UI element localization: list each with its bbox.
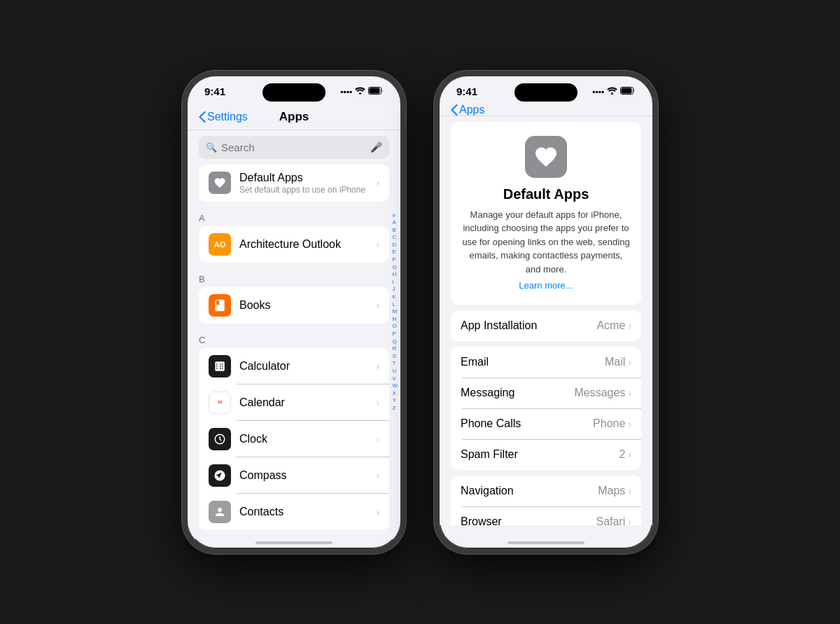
- messaging-row[interactable]: Messaging Messages ›: [451, 377, 641, 408]
- books-icon: [209, 294, 231, 317]
- clock-icon: [209, 428, 231, 450]
- section-a: A AO Architecture Outlook ›: [188, 207, 400, 263]
- compass-icon: [209, 464, 231, 487]
- browser-label: Browser: [461, 515, 596, 525]
- svg-point-0: [359, 92, 361, 95]
- chevron-icon: ›: [628, 387, 631, 398]
- browser-row[interactable]: Browser Safari ›: [451, 506, 641, 525]
- home-indicator-left: [255, 541, 332, 544]
- chevron-icon: ›: [376, 361, 379, 372]
- app-installation-label: App Installation: [461, 319, 596, 332]
- chevron-icon: ›: [376, 397, 379, 408]
- communication-group: Email Mail › Messaging Messages › Phone …: [451, 347, 641, 470]
- chevron-icon: ›: [628, 320, 631, 331]
- search-icon: 🔍: [206, 142, 217, 153]
- calendar-icon: 28: [209, 391, 231, 414]
- calendar-row[interactable]: 28 Calendar ›: [199, 384, 389, 421]
- section-header-c: C: [188, 329, 400, 348]
- ao-icon: AO: [209, 233, 231, 256]
- navigation-value: Maps: [598, 485, 625, 497]
- clock-label: Clock: [239, 433, 376, 445]
- architecture-outlook-label: Architecture Outlook: [239, 238, 376, 251]
- calendar-label: Calendar: [239, 396, 376, 409]
- status-time-left: 9:41: [204, 85, 225, 97]
- chevron-icon: ›: [376, 470, 379, 481]
- svg-rect-6: [622, 88, 632, 93]
- dynamic-island-right: [514, 83, 578, 102]
- chevron-icon: ›: [628, 485, 631, 497]
- phone-calls-row[interactable]: Phone Calls Phone ›: [451, 408, 641, 439]
- default-apps-icon: [209, 172, 231, 194]
- email-row[interactable]: Email Mail ›: [451, 347, 641, 377]
- default-apps-row[interactable]: Default Apps Set default apps to use on …: [199, 165, 389, 202]
- chevron-icon: ›: [376, 300, 379, 311]
- search-bar[interactable]: 🔍 🎤: [199, 136, 389, 159]
- compass-label: Compass: [239, 469, 376, 482]
- back-button-left[interactable]: Settings: [199, 111, 248, 123]
- browser-value: Safari: [596, 515, 626, 525]
- app-installation-row[interactable]: App Installation Acme ›: [451, 310, 641, 341]
- learn-more-link[interactable]: Learn more...: [462, 280, 630, 291]
- dynamic-island-left: [262, 83, 326, 102]
- app-installation-value: Acme: [596, 319, 625, 332]
- screen-content-right: Default Apps Manage your default apps fo…: [440, 116, 652, 525]
- messaging-value: Messages: [574, 387, 625, 399]
- calculator-row[interactable]: Calculator ›: [199, 348, 389, 384]
- section-header-a: A: [188, 207, 400, 226]
- chevron-icon: ›: [628, 356, 631, 368]
- navigation-row[interactable]: Navigation Maps ›: [451, 476, 641, 506]
- clock-row[interactable]: Clock ›: [199, 421, 389, 457]
- detail-description: Manage your default apps for iPhone, inc…: [462, 208, 630, 277]
- chevron-icon: ›: [376, 239, 379, 250]
- status-icons-left: ▪▪▪▪: [340, 87, 384, 97]
- chevron-icon: ›: [376, 177, 379, 188]
- section-header-f: F: [188, 536, 400, 539]
- signal-icon: ▪▪▪▪: [340, 87, 352, 97]
- calculator-label: Calculator: [239, 360, 376, 373]
- status-icons-right: ▪▪▪▪: [592, 87, 636, 97]
- status-time-right: 9:41: [456, 85, 477, 97]
- left-phone: 9:41 ▪▪▪▪: [182, 71, 406, 554]
- battery-icon: [620, 87, 636, 97]
- email-label: Email: [461, 356, 605, 368]
- architecture-outlook-row[interactable]: AO Architecture Outlook ›: [199, 226, 389, 263]
- home-indicator-right: [507, 541, 584, 544]
- section-b-list: Books ›: [199, 287, 389, 324]
- search-input[interactable]: [221, 141, 366, 153]
- section-b: B Books ›: [188, 268, 400, 324]
- app-installation-group: App Installation Acme ›: [451, 310, 641, 341]
- wifi-icon: [607, 87, 617, 97]
- spam-filter-row[interactable]: Spam Filter 2 ›: [451, 439, 641, 470]
- compass-row[interactable]: Compass ›: [199, 457, 389, 494]
- screen-content-left: 🔍 🎤 Default Apps Set default apps to use…: [188, 130, 400, 539]
- back-button-right[interactable]: Apps: [451, 104, 484, 116]
- contacts-row[interactable]: Contacts ›: [199, 494, 389, 530]
- calculator-icon: [209, 355, 231, 377]
- messaging-label: Messaging: [461, 387, 574, 399]
- chevron-icon: ›: [628, 418, 631, 429]
- section-c-list: Calculator › 28 Calendar › Clock ›: [199, 348, 389, 530]
- section-f: F FaceTime › Files ›: [188, 536, 400, 539]
- alpha-index[interactable]: # A B C D E F G H I J K L M N O P Q R S …: [392, 212, 398, 412]
- svg-point-4: [611, 92, 613, 95]
- svg-rect-2: [370, 88, 380, 93]
- detail-title: Default Apps: [462, 186, 630, 202]
- books-label: Books: [239, 299, 376, 312]
- microphone-icon: 🎤: [370, 141, 382, 153]
- phone-calls-label: Phone Calls: [461, 417, 593, 430]
- default-apps-section: Default Apps Set default apps to use on …: [199, 165, 389, 202]
- nav-bar-right: Apps: [440, 107, 652, 116]
- phone-calls-value: Phone: [593, 417, 625, 430]
- chevron-icon: ›: [628, 516, 631, 525]
- section-c: C Calculator › 28 Calendar ›: [188, 329, 400, 530]
- books-row[interactable]: Books ›: [199, 287, 389, 324]
- browser-group: Navigation Maps › Browser Safari › Trans…: [451, 476, 641, 525]
- spam-filter-value: 2: [619, 448, 625, 461]
- spam-filter-label: Spam Filter: [461, 448, 619, 461]
- chevron-icon: ›: [376, 506, 379, 518]
- chevron-icon: ›: [628, 449, 631, 460]
- signal-icon: ▪▪▪▪: [592, 87, 604, 97]
- chevron-icon: ›: [376, 434, 379, 445]
- nav-title-left: Apps: [279, 110, 309, 124]
- default-apps-sub: Set default apps to use on iPhone: [239, 185, 376, 195]
